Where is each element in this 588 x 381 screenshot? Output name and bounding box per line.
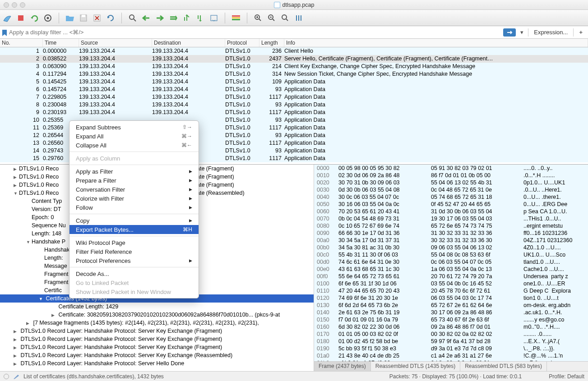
expert-info-icon[interactable] xyxy=(4,374,9,379)
back-icon[interactable] xyxy=(142,14,151,23)
hex-row[interactable]: 009066 66 30 1e 17 0d 31 3631 30 32 33 3… xyxy=(314,230,588,237)
tab-frame[interactable]: Frame (2437 bytes) xyxy=(314,362,371,371)
hex-row[interactable]: 002030 70 31 0b 30 09 06 0355 04 06 13 0… xyxy=(314,179,588,186)
menu-collapse-all[interactable]: Collapse All⌘← xyxy=(69,141,199,150)
minimize-icon[interactable] xyxy=(12,2,17,8)
bookmark-icon[interactable] xyxy=(2,30,7,35)
zoom-in-icon[interactable] xyxy=(254,14,263,23)
hex-row[interactable]: 00700b 0c 04 54 48 69 73 3119 30 17 06 0… xyxy=(314,215,588,222)
close-file-icon[interactable] xyxy=(93,14,102,23)
colorize-icon[interactable] xyxy=(231,14,241,23)
hex-row[interactable]: 001002 30 0d 06 09 2a 86 4886 f7 0d 01 0… xyxy=(314,172,588,179)
tree-item[interactable]: DTLSv1.0 Record Layer: Handshake Protoco… xyxy=(0,359,314,367)
hex-row[interactable]: 000000 05 98 00 05 95 30 8205 91 30 82 0… xyxy=(314,165,588,172)
hex-row[interactable]: 01a021 43 8e 40 c4 de db 25c1 a4 2e a6 3… xyxy=(314,352,588,359)
tab-reassembled-2[interactable]: Reassembled DTLS (583 bytes) xyxy=(460,362,547,371)
tree-item[interactable]: Certificate Length: 1429 xyxy=(0,303,314,311)
table-row[interactable]: 20.038522139.133.204.4139.133.204.4DTLSv… xyxy=(0,55,588,63)
forward-icon[interactable] xyxy=(155,14,164,23)
menu-wiki-page[interactable]: Wiki Protocol Page xyxy=(69,238,199,247)
hex-row[interactable]: 012074 69 6f 6e 31 20 30 1e06 03 55 04 0… xyxy=(314,294,588,302)
hex-row[interactable]: 006070 20 53 65 61 20 43 4131 0d 30 0b 0… xyxy=(314,208,588,215)
hex-row[interactable]: 01905c bb 93 5f f1 50 38 e3d9 3a 01 e3 7… xyxy=(314,345,588,352)
table-row[interactable]: 90.230193139.133.204.4139.133.204.4DTLSv… xyxy=(0,109,588,116)
hex-row[interactable]: 004030 0c 06 03 55 04 07 0c05 74 68 65 7… xyxy=(314,193,588,201)
header-source[interactable]: Source xyxy=(79,39,152,47)
filter-dropdown-icon[interactable]: ▾ xyxy=(518,28,526,37)
hex-row[interactable]: 018001 00 d2 45 f2 58 bd be59 97 9f 6a 4… xyxy=(314,338,588,345)
tab-reassembled-1[interactable]: Reassembled DTLS (1435 bytes) xyxy=(371,362,460,371)
header-length[interactable]: Length xyxy=(259,39,284,47)
header-no[interactable]: No. xyxy=(0,39,43,47)
menu-decode-as[interactable]: Decode As... xyxy=(69,269,199,278)
fin-icon[interactable] xyxy=(3,14,12,23)
options-icon[interactable] xyxy=(43,14,52,23)
last-icon[interactable] xyxy=(196,14,205,23)
menu-apply-filter[interactable]: Apply as Filter xyxy=(69,167,199,176)
table-row[interactable]: 40.117294139.133.204.4139.133.204.4DTLSv… xyxy=(0,70,588,78)
resize-cols-icon[interactable] xyxy=(294,14,303,23)
menu-conversation-filter[interactable]: Conversation Filter xyxy=(69,185,199,194)
table-row[interactable]: 70.229805139.133.204.4139.133.204.4DTLSv… xyxy=(0,93,588,101)
autoscroll-icon[interactable] xyxy=(209,14,218,23)
header-destination[interactable]: Destination xyxy=(152,39,225,47)
menu-follow[interactable]: Follow xyxy=(69,203,199,212)
menu-export-packet-bytes[interactable]: Export Packet Bytes...⌘H xyxy=(69,225,199,234)
hex-row[interactable]: 00d074 6c 61 6e 64 31 0e 300c 06 03 55 0… xyxy=(314,258,588,266)
menu-expand-all[interactable]: Expand All⌘→ xyxy=(69,132,199,141)
menu-field-reference[interactable]: Filter Field Reference xyxy=(69,247,199,256)
tree-item[interactable]: Certificate: 308205913082037902010201023… xyxy=(0,311,314,319)
tree-item[interactable]: DTLSv1.0 Record Layer: Handshake Protoco… xyxy=(0,351,314,359)
hex-row[interactable]: 00800c 10 65 72 67 69 6e 7465 72 6e 65 7… xyxy=(314,222,588,230)
packet-bytes-pane[interactable]: 000000 05 98 00 05 95 30 8205 91 30 82 0… xyxy=(314,165,588,371)
folder-open-icon[interactable] xyxy=(65,14,74,23)
hex-row[interactable]: 01306f 6d 2d 64 65 73 6b 2e65 72 67 2e 6… xyxy=(314,302,588,309)
menu-copy[interactable]: Copy xyxy=(69,216,199,225)
hex-row[interactable]: 00a030 34 5a 17 0d 31 37 3130 32 33 31 3… xyxy=(314,237,588,244)
menu-protocol-prefs[interactable]: Protocol Preferences xyxy=(69,256,199,265)
table-row[interactable]: 50.145425139.133.204.4139.133.204.4DTLSv… xyxy=(0,78,588,86)
hex-row[interactable]: 01402e 61 63 2e 75 6b 31 1930 17 06 09 2… xyxy=(314,309,588,316)
hex-row[interactable]: 011047 20 44 65 65 70 20 4320 45 78 70 6… xyxy=(314,287,588,294)
table-row[interactable]: 30.063090139.133.204.4139.133.204.4DTLSv… xyxy=(0,63,588,70)
tree-item[interactable]: DTLSv1.0 Record Layer: Handshake Protoco… xyxy=(0,335,314,343)
table-row[interactable]: 60.145724139.133.204.4139.133.204.4DTLSv… xyxy=(0,86,588,93)
hex-row[interactable]: 01006f 6e 65 31 1f 30 1d 0603 55 04 0b 0… xyxy=(314,280,588,287)
header-protocol[interactable]: Protocol xyxy=(225,39,259,47)
save-icon[interactable] xyxy=(79,14,88,23)
add-filter-button[interactable]: + xyxy=(575,29,586,36)
tree-item[interactable]: [7 Message fragments (1435 bytes): #2(14… xyxy=(0,319,314,327)
stop-icon[interactable] xyxy=(16,14,25,23)
hex-row[interactable]: 01606d 30 82 02 22 30 0d 0609 2a 86 48 8… xyxy=(314,323,588,331)
goto-icon[interactable] xyxy=(169,14,178,23)
hex-row[interactable]: 00e043 61 63 68 65 31 1c 301a 06 03 55 0… xyxy=(314,266,588,273)
display-filter-input[interactable] xyxy=(9,29,501,36)
zoom-out-icon[interactable] xyxy=(267,14,276,23)
hex-row[interactable]: 00b034 5a 30 81 ac 31 0b 3009 06 03 55 0… xyxy=(314,244,588,251)
restart-icon[interactable] xyxy=(30,14,39,23)
hex-row[interactable]: 00f055 6e 64 65 72 73 65 6120 70 61 72 7… xyxy=(314,273,588,280)
zoom-icon[interactable] xyxy=(20,2,25,8)
hex-row[interactable]: 00300d 30 0b 06 03 55 04 080c 04 48 65 7… xyxy=(314,186,588,193)
header-time[interactable]: Time xyxy=(43,39,79,47)
tree-item[interactable]: DTLSv1.0 Record Layer: Handshake Protoco… xyxy=(0,343,314,351)
menu-expand-subtrees[interactable]: Expand Subtrees⇧→ xyxy=(69,123,199,132)
reload-icon[interactable] xyxy=(106,14,115,23)
status-profile[interactable]: Profile: Default xyxy=(549,373,584,380)
table-row[interactable]: 80.230048139.133.204.4139.133.204.4DTLSv… xyxy=(0,101,588,109)
hex-row[interactable]: 005030 16 06 03 55 04 0a 0c0f 45 52 47 2… xyxy=(314,201,588,208)
close-icon[interactable] xyxy=(4,2,9,8)
header-info[interactable]: Info xyxy=(284,39,588,47)
zoom-reset-icon[interactable] xyxy=(281,14,290,23)
first-icon[interactable] xyxy=(182,14,191,23)
tree-item[interactable]: DTLSv1.0 Record Layer: Handshake Protoco… xyxy=(0,327,314,335)
hex-row[interactable]: 00c055 4b 31 11 30 0f 06 0355 04 08 0c 0… xyxy=(314,251,588,258)
search-icon[interactable] xyxy=(128,14,137,23)
table-row[interactable]: 10.000000139.133.204.4139.133.204.4DTLSv… xyxy=(0,47,588,55)
expression-button[interactable]: Expression... xyxy=(530,29,571,36)
hex-row[interactable]: 017001 01 05 00 03 82 02 0f00 30 82 02 0… xyxy=(314,331,588,338)
menu-colorize-filter[interactable]: Colorize with Filter xyxy=(69,194,199,203)
edit-icon[interactable] xyxy=(14,374,19,379)
hex-row[interactable]: 0150f7 0d 01 09 01 16 0a 7965 73 40 67 6… xyxy=(314,316,588,323)
menu-prepare-filter[interactable]: Prepare a Filter xyxy=(69,176,199,185)
